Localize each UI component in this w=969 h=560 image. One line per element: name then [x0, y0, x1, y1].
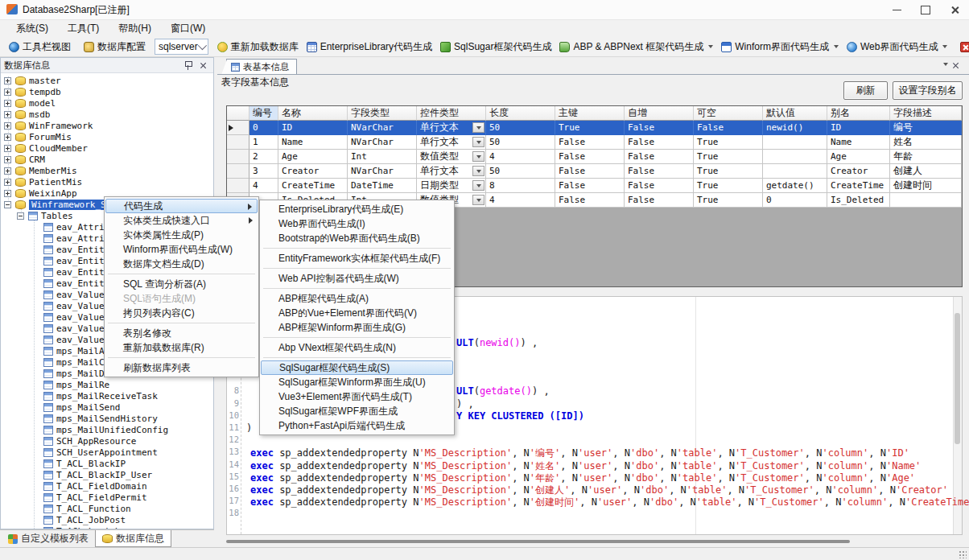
- grid-cell[interactable]: [763, 135, 827, 150]
- grid-cell[interactable]: [763, 164, 827, 179]
- grid-cell[interactable]: 0: [249, 121, 278, 135]
- grid-cell[interactable]: Creator: [827, 164, 890, 179]
- tree-item-database[interactable]: model: [4, 97, 56, 109]
- grid-cell[interactable]: False: [625, 150, 694, 164]
- toolbar-button[interactable]: 退出: [956, 39, 969, 56]
- grid-cell[interactable]: False: [555, 179, 625, 193]
- expander-icon[interactable]: [4, 77, 11, 84]
- tree-item-table[interactable]: SCH_UserAppointment: [39, 447, 158, 458]
- grid-cell[interactable]: 8: [486, 179, 555, 193]
- menu-item[interactable]: ABP框架Winform界面生成(G): [261, 320, 453, 335]
- grid-cell[interactable]: Age: [278, 150, 348, 164]
- panel-tab-active[interactable]: 数据库信息: [95, 530, 171, 547]
- maximize-button[interactable]: [911, 0, 940, 19]
- grid-cell[interactable]: 单行文本: [417, 121, 486, 135]
- menu-item[interactable]: SqlSugar框架代码生成(S): [261, 360, 453, 375]
- grid-cell[interactable]: 0: [763, 193, 827, 208]
- menu-item[interactable]: Vue3+Element界面代码生成(T): [261, 389, 453, 404]
- grid-cell[interactable]: False: [625, 135, 694, 150]
- menubar-item[interactable]: 系统(S): [6, 20, 58, 37]
- expander-icon[interactable]: [4, 122, 11, 130]
- expander-icon[interactable]: [4, 156, 11, 163]
- grid-cell[interactable]: Is_Deleted: [827, 193, 890, 208]
- menu-item[interactable]: EnterpriseLibrary代码生成(E): [261, 202, 453, 216]
- grid-cell[interactable]: True: [694, 135, 763, 150]
- tree-item-table[interactable]: T_ACL_BlackIP: [39, 458, 126, 469]
- menu-item[interactable]: Bootstrap的Web界面代码生成(B): [261, 231, 453, 245]
- tree-item-table[interactable]: SCH_AppResource: [39, 435, 136, 447]
- combo-dropdown-button[interactable]: [472, 122, 484, 133]
- toolbar-button[interactable]: EnterpriseLibrary代码生成: [303, 39, 436, 56]
- database-type-combo[interactable]: sqlserver: [155, 39, 208, 55]
- grid-cell[interactable]: ID: [827, 121, 890, 135]
- tree-item-database[interactable]: WeixinApp: [4, 187, 77, 199]
- tree-item-database-selected[interactable]: Winframework_Sug: [4, 199, 119, 210]
- toolbar-button[interactable]: 工具栏视图: [5, 39, 75, 56]
- grid-cell[interactable]: 单行文本: [417, 135, 486, 150]
- grid-cell[interactable]: DateTime: [348, 179, 417, 193]
- grid-cell[interactable]: 4: [486, 150, 555, 164]
- grid-cell[interactable]: 日期类型: [417, 179, 486, 193]
- dropdown-arrow-icon[interactable]: [834, 45, 839, 48]
- grid-column-header[interactable]: 自增: [625, 106, 694, 121]
- tree-item-table[interactable]: T_ACL_Function: [39, 503, 131, 514]
- grid-cell[interactable]: Creator: [278, 164, 348, 179]
- grid-cell[interactable]: Name: [827, 135, 890, 150]
- grid-row-header[interactable]: [227, 150, 249, 164]
- grid-cell[interactable]: False: [555, 193, 625, 208]
- grid-cell[interactable]: 姓名: [890, 135, 962, 150]
- grid-cell[interactable]: 4: [486, 193, 555, 208]
- tree-item-table[interactable]: eav_Entity: [39, 278, 109, 289]
- grid-cell[interactable]: True: [694, 179, 763, 193]
- menubar-item[interactable]: 帮助(H): [109, 20, 161, 37]
- grid-cell[interactable]: 单行文本: [417, 164, 486, 179]
- grid-cell[interactable]: False: [625, 179, 694, 193]
- expander-icon[interactable]: [4, 134, 11, 141]
- menu-item[interactable]: EntityFramework实体框架代码生成(F): [261, 251, 453, 266]
- tree-item-table[interactable]: eav_Attrib: [39, 233, 109, 244]
- grid-cell[interactable]: [763, 150, 827, 164]
- menu-item[interactable]: SqlSugar框架Winform界面生成(U): [261, 375, 453, 389]
- tree-item-table[interactable]: eav_Value_: [39, 334, 109, 345]
- grid-cell[interactable]: CreateTime: [278, 179, 348, 193]
- grid-column-header[interactable]: 控件类型: [417, 106, 486, 121]
- minimize-button[interactable]: [882, 0, 911, 19]
- menu-item[interactable]: Python+FastApi后端代码生成: [261, 418, 453, 433]
- grid-cell[interactable]: False: [625, 121, 694, 135]
- expander-icon[interactable]: [17, 212, 24, 220]
- document-tab[interactable]: 表基本信息: [226, 59, 297, 75]
- tree-item-table[interactable]: mps_MailReceiveTask: [39, 390, 158, 401]
- grid-cell[interactable]: 50: [486, 121, 555, 135]
- menubar-item[interactable]: 工具(T): [58, 20, 109, 37]
- menu-item[interactable]: ABP框架代码生成(A): [261, 291, 453, 306]
- expander-icon[interactable]: [4, 179, 11, 186]
- expander-icon[interactable]: [4, 89, 11, 96]
- grid-cell[interactable]: 数值类型: [417, 150, 486, 164]
- grid-column-header[interactable]: 主键: [555, 106, 625, 121]
- tree-item-table[interactable]: T_ACL_FieldPermit: [39, 492, 147, 503]
- tree-item-table[interactable]: mps_MailRe: [39, 379, 109, 390]
- tree-item-database[interactable]: ForumMis: [4, 131, 72, 142]
- tree-item-table[interactable]: eav_Value_: [39, 311, 109, 323]
- dropdown-arrow-icon[interactable]: [942, 45, 947, 48]
- tree-item-table[interactable]: eav_Attrib: [39, 221, 109, 233]
- grid-cell[interactable]: False: [555, 135, 625, 150]
- grid-column-header[interactable]: 字段描述: [890, 106, 962, 121]
- grid-row-header[interactable]: [227, 121, 249, 135]
- grid-cell[interactable]: newid(): [763, 121, 827, 135]
- grid-cell[interactable]: False: [625, 164, 694, 179]
- menu-item[interactable]: Winform界面代码生成(W): [105, 242, 258, 257]
- tree-item-table[interactable]: T_ACL_LoginLog: [39, 525, 131, 529]
- grid-column-header[interactable]: 编号: [249, 106, 278, 121]
- tree-item-table[interactable]: mps_MailSend: [39, 401, 120, 413]
- combo-dropdown-button[interactable]: [472, 180, 484, 191]
- grid-column-header[interactable]: 可空: [694, 106, 763, 121]
- grid-cell[interactable]: False: [625, 193, 694, 208]
- expander-icon[interactable]: [4, 145, 11, 152]
- grid-cell[interactable]: NVarChar: [348, 164, 417, 179]
- sql-horizontal-scrollbar[interactable]: [226, 540, 850, 543]
- tree-item-tables[interactable]: Tables: [17, 210, 73, 221]
- grid-cell[interactable]: True: [694, 150, 763, 164]
- grid-cell[interactable]: False: [555, 164, 625, 179]
- grid-column-header[interactable]: 默认值: [763, 106, 827, 121]
